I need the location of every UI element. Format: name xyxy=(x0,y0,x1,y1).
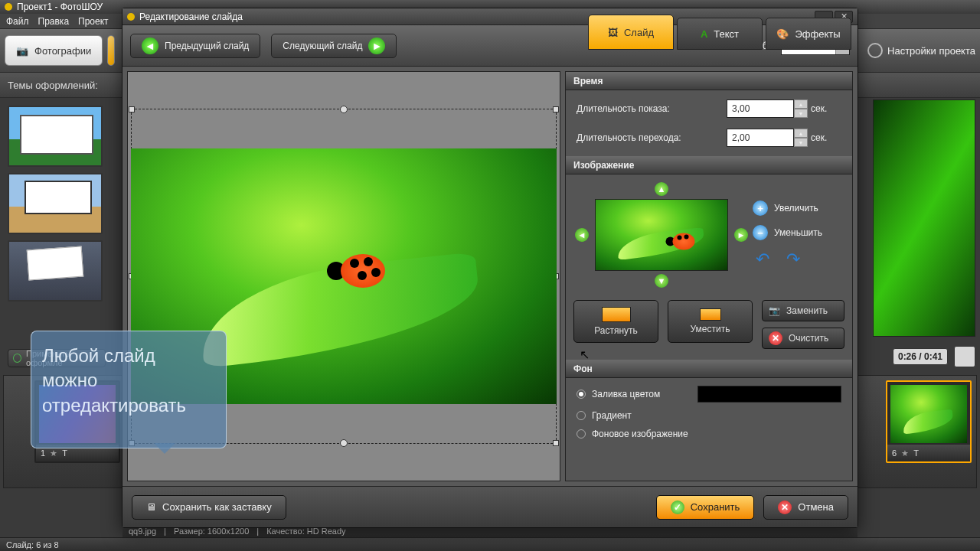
check-icon: ✓ xyxy=(671,500,684,514)
zoom-out-icon: − xyxy=(753,225,768,240)
replace-label: Заменить xyxy=(786,305,828,316)
tab-effects[interactable]: 🎨 Эффекты xyxy=(766,18,851,50)
cancel-label: Отмена xyxy=(798,501,834,513)
bg-fill-label: Заливка цветом xyxy=(592,389,660,399)
main-title-text: Проект1 - ФотоШОУ xyxy=(17,2,103,12)
menu-file[interactable]: Файл xyxy=(6,16,29,27)
tab-hidden[interactable] xyxy=(107,35,115,66)
clear-label: Очистить xyxy=(789,333,828,344)
show-duration-label: Длительность показа: xyxy=(577,103,727,114)
slot-index: 1 xyxy=(41,448,45,458)
bg-color-picker[interactable] xyxy=(697,386,841,403)
nudge-right-button[interactable]: ► xyxy=(734,228,748,242)
zoom-in-icon: + xyxy=(753,201,768,216)
menu-edit[interactable]: Правка xyxy=(38,16,70,27)
bg-gradient-label: Градиент xyxy=(592,410,632,421)
properties-panel: Время Длительность показа: ▲▼ сек. Длите… xyxy=(565,71,853,481)
rotate-ccw-button[interactable]: ↶ xyxy=(756,249,769,269)
spin-down[interactable]: ▼ xyxy=(794,109,808,118)
zoom-in-button[interactable]: + Увеличить xyxy=(753,201,818,216)
rotate-cw-button[interactable]: ↷ xyxy=(786,249,800,269)
theme-thumb-2[interactable] xyxy=(8,173,103,234)
stretch-button[interactable]: Растянуть xyxy=(573,300,658,343)
check-icon xyxy=(13,354,21,363)
tab-slide-label: Слайд xyxy=(624,27,654,38)
tab-slide[interactable]: 🖼 Слайд xyxy=(588,15,674,50)
fit-label: Уместить xyxy=(691,324,730,334)
status-bar: Слайд: 6 из 8 xyxy=(0,537,980,551)
show-duration-field[interactable] xyxy=(727,99,794,118)
slot-index: 6 xyxy=(892,448,897,458)
themes-label: Темы оформлений: xyxy=(8,80,98,91)
nudge-up-button[interactable]: ▲ xyxy=(655,182,668,196)
timecode-area: 0:26 / 0:41 xyxy=(893,346,975,367)
x-icon: ✕ xyxy=(778,500,792,514)
star-icon: ★ xyxy=(901,448,909,458)
clear-button[interactable]: ✕ Очистить xyxy=(762,328,844,349)
bg-image-label: Фоновое изображение xyxy=(592,429,688,439)
resize-handle[interactable] xyxy=(553,440,559,446)
fit-icon xyxy=(700,308,721,321)
star-icon: ★ xyxy=(50,448,57,458)
trans-duration-input[interactable]: ▲▼ xyxy=(727,129,811,147)
edit-slide-dialog: Редактирование слайда ▁ ✕ ◄ Предыдущий с… xyxy=(122,8,858,528)
fit-button[interactable]: Уместить xyxy=(668,300,753,343)
bg-gradient-radio[interactable]: Градиент xyxy=(577,410,841,421)
tab-text[interactable]: A Текст xyxy=(677,18,763,50)
themes-sidebar xyxy=(3,99,107,308)
tab-text-label: Текст xyxy=(714,28,739,40)
timeline-slot-6[interactable]: 6★T xyxy=(886,380,972,463)
bg-image-radio[interactable]: Фоновое изображение xyxy=(577,429,841,439)
save-button[interactable]: ✓ Сохранить xyxy=(656,495,755,520)
dialog-footer: 🖥 Сохранить как заставку ✓ Сохранить ✕ О… xyxy=(122,486,858,527)
dialog-tabs: 🖼 Слайд A Текст 🎨 Эффекты xyxy=(588,8,858,50)
time-section-header: Время xyxy=(566,72,852,90)
text-icon: A xyxy=(701,28,707,40)
spin-down[interactable]: ▼ xyxy=(794,138,808,147)
trans-duration-field[interactable] xyxy=(727,129,794,147)
resize-handle[interactable] xyxy=(340,439,348,447)
spin-up[interactable]: ▲ xyxy=(794,99,808,109)
image-section-header: Изображение xyxy=(566,156,852,174)
theme-thumb-1[interactable] xyxy=(8,106,103,167)
zoom-in-label: Увеличить xyxy=(774,203,818,214)
unit-label: сек. xyxy=(811,103,841,114)
unit-label: сек. xyxy=(811,132,841,143)
show-duration-input[interactable]: ▲▼ xyxy=(727,99,811,118)
arrow-left-icon: ◄ xyxy=(142,37,158,54)
next-slide-button[interactable]: Следующий слайд ► xyxy=(271,34,397,58)
tab-effects-label: Эффекты xyxy=(795,28,840,40)
screensaver-icon: 🖥 xyxy=(146,501,156,513)
resize-handle[interactable] xyxy=(340,106,348,113)
fullscreen-button[interactable] xyxy=(954,346,975,367)
radio-icon xyxy=(577,429,586,439)
zoom-out-button[interactable]: − Уменьшить xyxy=(753,225,822,240)
radio-icon xyxy=(577,411,586,420)
status-text: Слайд: 6 из 8 xyxy=(6,540,59,549)
nudge-down-button[interactable]: ▼ xyxy=(655,274,668,288)
spin-up[interactable]: ▲ xyxy=(794,129,808,138)
bg-fill-radio[interactable]: Заливка цветом xyxy=(577,386,841,403)
hint-tooltip: Любой слайд можно отредактировать xyxy=(31,331,227,448)
timecode-text: 0:26 / 0:41 xyxy=(893,348,948,365)
camera-icon: 📷 xyxy=(769,305,780,316)
camera-icon: 📷 xyxy=(16,45,28,57)
prev-slide-button[interactable]: ◄ Предыдущий слайд xyxy=(130,34,260,58)
project-settings-button[interactable]: Настройки проекта xyxy=(867,43,975,58)
theme-thumb-3[interactable] xyxy=(8,240,103,302)
resize-handle[interactable] xyxy=(129,106,135,112)
nudge-left-button[interactable]: ◄ xyxy=(575,228,589,242)
prev-slide-label: Предыдущий слайд xyxy=(165,41,249,51)
t-icon: T xyxy=(913,448,919,458)
x-icon: ✕ xyxy=(769,331,782,345)
gear-icon xyxy=(867,43,883,58)
app-icon xyxy=(5,3,12,11)
cancel-button[interactable]: ✕ Отмена xyxy=(763,495,848,520)
photos-tab[interactable]: 📷 Фотографии xyxy=(5,35,103,66)
save-as-screensaver-button[interactable]: 🖥 Сохранить как заставку xyxy=(132,495,286,520)
stretch-icon xyxy=(602,307,631,322)
replace-button[interactable]: 📷 Заменить xyxy=(762,300,844,321)
resize-handle[interactable] xyxy=(553,106,559,112)
menu-project[interactable]: Проект xyxy=(78,16,109,27)
dialog-title-text: Редактирование слайда xyxy=(139,11,243,22)
